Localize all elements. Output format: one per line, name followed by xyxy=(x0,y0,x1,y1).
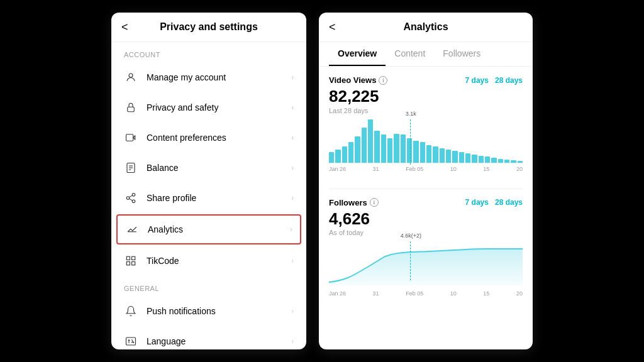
bar xyxy=(491,158,496,162)
bar xyxy=(342,146,347,163)
manage-account-label: Manage my account xyxy=(147,72,291,82)
menu-item-content-prefs[interactable]: Content preferences › xyxy=(111,123,306,153)
bar xyxy=(504,160,509,163)
menu-item-balance[interactable]: Balance › xyxy=(111,153,306,183)
menu-item-language[interactable]: Language › xyxy=(111,326,306,349)
bar xyxy=(420,142,425,162)
menu-item-tikcode[interactable]: TikCode › xyxy=(111,246,306,276)
settings-title: Privacy and settings xyxy=(160,21,258,33)
bar xyxy=(368,119,373,163)
bar xyxy=(394,134,399,163)
followers-chart-area xyxy=(329,249,523,285)
analytics-screen: < Analytics Overview Content Followers V… xyxy=(319,13,533,349)
analytics-header: < Analytics xyxy=(319,13,533,42)
svg-point-9 xyxy=(126,197,130,200)
bar xyxy=(511,160,516,163)
chevron-right-icon: › xyxy=(291,337,294,346)
language-label: Language xyxy=(147,336,291,346)
chevron-right-icon: › xyxy=(291,163,294,172)
followers-info-icon[interactable]: i xyxy=(370,198,379,207)
chart-icon xyxy=(125,222,139,236)
chevron-right-icon: › xyxy=(291,307,294,315)
share-icon xyxy=(124,191,138,205)
bar xyxy=(479,156,484,163)
bar xyxy=(465,153,470,163)
video-views-peak-label: 3.1k xyxy=(404,111,418,117)
bar xyxy=(413,141,418,163)
tikcode-label: TikCode xyxy=(147,256,291,266)
settings-header: < Privacy and settings xyxy=(111,13,306,42)
bar xyxy=(433,146,438,163)
video-views-bar-chart xyxy=(329,119,523,163)
section-divider xyxy=(329,189,523,189)
bar xyxy=(335,150,340,162)
chevron-right-icon: › xyxy=(290,225,292,234)
followers-28days[interactable]: 28 days xyxy=(495,198,523,207)
settings-content: ACCOUNT Manage my account › Privacy and … xyxy=(111,42,306,349)
grid-icon xyxy=(124,254,138,268)
bar xyxy=(472,155,477,163)
followers-7days[interactable]: 7 days xyxy=(465,198,489,207)
chevron-right-icon: › xyxy=(291,133,294,142)
privacy-safety-label: Privacy and safety xyxy=(147,102,291,112)
settings-back-button[interactable]: < xyxy=(121,21,128,34)
menu-item-push-notifs[interactable]: Push notifications › xyxy=(111,296,306,326)
menu-item-share-profile[interactable]: Share profile › xyxy=(111,183,306,213)
video-views-x-labels: Jan 26 31 Feb 05 10 15 20 xyxy=(329,166,523,172)
bar xyxy=(446,150,451,162)
share-profile-label: Share profile xyxy=(147,193,291,203)
svg-rect-2 xyxy=(126,134,133,141)
bar xyxy=(407,138,412,163)
content-prefs-label: Content preferences xyxy=(147,133,291,143)
analytics-body: Video Views i 7 days 28 days 82,225 Last… xyxy=(319,67,533,349)
menu-item-analytics[interactable]: Analytics › xyxy=(116,214,301,244)
followers-dashed-line: 4.6k(+2) xyxy=(410,241,411,280)
svg-point-10 xyxy=(132,200,135,203)
video-views-7days[interactable]: 7 days xyxy=(465,76,489,85)
video-views-title: Video Views i xyxy=(329,75,387,85)
menu-item-privacy-safety[interactable]: Privacy and safety › xyxy=(111,92,306,123)
bar xyxy=(452,151,457,162)
tab-overview[interactable]: Overview xyxy=(329,42,386,66)
video-icon xyxy=(124,131,138,145)
receipt-icon xyxy=(124,161,138,175)
bell-icon xyxy=(124,304,138,318)
chevron-right-icon: › xyxy=(291,103,294,112)
analytics-tabs: Overview Content Followers xyxy=(319,42,533,67)
followers-sublabel: As of today xyxy=(329,229,523,236)
chevron-right-icon: › xyxy=(291,73,294,82)
analytics-label: Analytics xyxy=(148,224,290,234)
settings-screen: < Privacy and settings ACCOUNT Manage my… xyxy=(111,13,306,349)
svg-rect-15 xyxy=(132,256,135,260)
svg-point-8 xyxy=(132,194,135,197)
analytics-back-button[interactable]: < xyxy=(329,21,336,34)
followers-chart: 4.6k(+2) Jan 26 xyxy=(329,241,523,292)
menu-item-manage-account[interactable]: Manage my account › xyxy=(111,62,306,92)
bar xyxy=(518,161,523,163)
lock-icon xyxy=(124,101,138,114)
video-views-header: Video Views i 7 days 28 days xyxy=(329,75,523,85)
video-views-value: 82,225 xyxy=(329,87,523,106)
svg-rect-17 xyxy=(132,262,135,265)
video-views-sublabel: Last 28 days xyxy=(329,107,523,114)
video-views-28days[interactable]: 28 days xyxy=(495,76,523,85)
bar xyxy=(374,131,379,163)
general-section-label: GENERAL xyxy=(111,276,306,296)
video-views-dashed-line: 3.1k xyxy=(410,119,411,165)
balance-label: Balance xyxy=(147,163,291,173)
bar xyxy=(498,159,503,163)
bar xyxy=(426,145,431,163)
followers-section: Followers i 7 days 28 days 4,626 As of t… xyxy=(329,198,523,292)
bar xyxy=(355,136,360,162)
tab-content[interactable]: Content xyxy=(386,42,434,66)
bar xyxy=(387,138,392,163)
svg-line-11 xyxy=(129,199,132,200)
bar xyxy=(348,142,353,162)
tab-followers[interactable]: Followers xyxy=(434,42,489,66)
bar xyxy=(485,156,490,162)
followers-value: 4,626 xyxy=(329,210,523,228)
bar xyxy=(362,128,367,162)
followers-title: Followers i xyxy=(329,198,379,207)
svg-line-12 xyxy=(129,195,132,197)
video-views-info-icon[interactable]: i xyxy=(379,76,387,85)
